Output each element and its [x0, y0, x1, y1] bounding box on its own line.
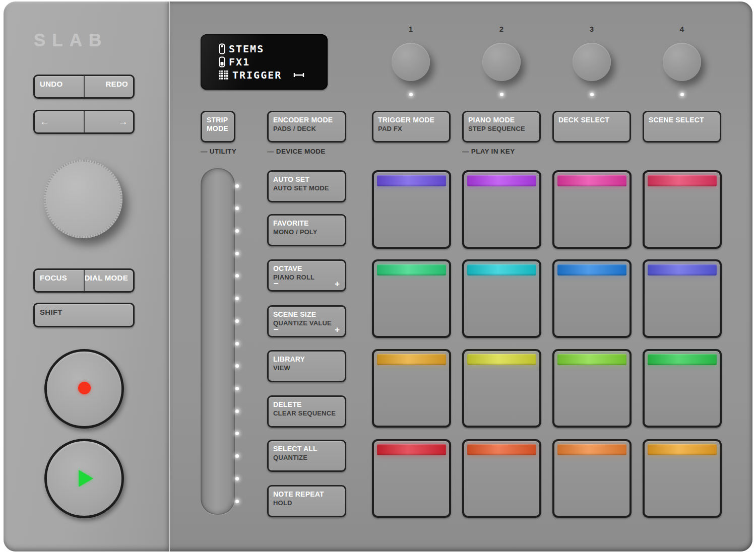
record-button[interactable] [44, 349, 124, 429]
knob-4[interactable] [663, 43, 701, 81]
delete-button[interactable]: DELETECLEAR SEQUENCE [267, 395, 346, 428]
button-subtitle: VIEW [273, 364, 340, 372]
arrow-left-button[interactable]: ← [35, 111, 84, 132]
pad-color-strip [648, 354, 717, 365]
button-title: FAVORITE [273, 219, 340, 228]
scene-size-button[interactable]: SCENE SIZEQUANTIZE VALUE−+ [267, 305, 346, 337]
arrow-right-button[interactable]: → [84, 111, 134, 132]
knob-3[interactable] [573, 43, 611, 81]
knob-group-1: 1 [386, 25, 436, 96]
strip-led [235, 229, 239, 233]
focus-label: FOCUS [40, 273, 67, 282]
play-button[interactable] [44, 439, 124, 518]
pad-color-strip [377, 354, 446, 365]
favorite-button[interactable]: FAVORITEMONO / POLY [267, 214, 346, 246]
pad-color-strip [467, 264, 536, 275]
button-title: NOTE REPEAT [273, 490, 340, 499]
stems-strip-icon [219, 43, 225, 54]
knob-group-2: 2 [476, 25, 527, 96]
auto-set-button[interactable]: AUTO SETAUTO SET MODE [267, 170, 346, 202]
pad-3-3[interactable] [552, 349, 632, 428]
shift-button[interactable]: SHIFT [33, 303, 135, 327]
button-title: DECK SELECT [558, 116, 625, 124]
undo-label: UNDO [40, 80, 62, 88]
pad-color-strip [648, 264, 717, 275]
pad-4-3[interactable] [552, 439, 632, 518]
pad-4-1[interactable] [372, 439, 451, 518]
main-dial[interactable] [44, 160, 122, 238]
pad-4-2[interactable] [462, 439, 541, 518]
encoder-mode-button[interactable]: ENCODER MODEPADS / DECK [267, 111, 346, 143]
strip-mode-button[interactable]: STRIP MODE [201, 111, 235, 143]
pad-color-strip [557, 175, 626, 186]
library-button[interactable]: LIBRARYVIEW [267, 350, 346, 382]
pad-3-2[interactable] [462, 349, 541, 428]
pad-4-4[interactable] [643, 439, 722, 518]
knob-number: 2 [499, 25, 503, 34]
display-line-stems: STEMS [219, 43, 328, 55]
knob-number: 4 [680, 25, 684, 34]
button-title: AUTO SET [273, 175, 340, 184]
pad-1-4[interactable] [643, 170, 722, 249]
trigger-mode-button[interactable]: TRIGGER MODEPAD FX [372, 111, 451, 143]
arrow-buttons[interactable]: ← → [33, 110, 135, 134]
knob-1[interactable] [392, 43, 430, 81]
pad-3-4[interactable] [643, 349, 722, 428]
undo-button[interactable]: UNDO [35, 76, 84, 97]
touch-strip[interactable] [201, 168, 235, 515]
button-title: SCENE SELECT [649, 116, 715, 124]
pad-2-2[interactable] [462, 259, 541, 338]
button-subtitle: QUANTIZE VALUE [273, 319, 340, 327]
pad-color-strip [467, 175, 536, 186]
arrow-right-icon: → [118, 116, 128, 127]
knob-number: 3 [590, 25, 594, 34]
button-subtitle: MONO / POLY [273, 228, 340, 236]
minus-label: − [274, 281, 279, 288]
knob-group-3: 3 [566, 25, 617, 96]
pad-3-1[interactable] [372, 349, 451, 428]
strip-led [235, 500, 239, 503]
octave-button[interactable]: OCTAVEPIANO ROLL−+ [267, 259, 346, 292]
knob-led [409, 93, 413, 96]
button-title: STRIP MODE [207, 116, 229, 133]
undo-redo-button[interactable]: UNDO REDO [33, 75, 135, 99]
strip-led [235, 252, 239, 255]
strip-led [235, 342, 239, 345]
pad-1-1[interactable] [372, 170, 451, 249]
strip-mode-secondary-label: — UTILITY [201, 148, 236, 155]
button-subtitle: PIANO ROLL [273, 273, 340, 281]
deck-select-button[interactable]: DECK SELECT [552, 111, 631, 143]
slab-controller: SLAB UNDO REDO ← → FOCUS DIAL MODE [0, 0, 756, 553]
focus-button[interactable]: FOCUS [35, 270, 84, 291]
button-title: TRIGGER MODE [378, 116, 445, 124]
pad-2-1[interactable] [372, 259, 451, 338]
button-title: SCENE SIZE [273, 310, 340, 319]
pad-1-2[interactable] [462, 170, 541, 249]
dial-mode-label: DIAL MODE [84, 273, 128, 282]
pad-color-strip [648, 444, 717, 455]
knob-group-4: 4 [657, 25, 707, 96]
strip-led [235, 274, 239, 278]
redo-button[interactable]: REDO [84, 76, 134, 97]
display-line-fx: FX1 [219, 56, 328, 68]
focus-dialmode-button[interactable]: FOCUS DIAL MODE [33, 268, 135, 293]
pad-2-3[interactable] [552, 259, 632, 338]
pad-color-strip [557, 444, 626, 455]
button-title: SELECT ALL [273, 445, 340, 453]
select-all-button[interactable]: SELECT ALLQUANTIZE [267, 440, 346, 472]
pad-1-3[interactable] [552, 170, 632, 249]
pad-color-strip [377, 175, 446, 186]
note-repeat-button[interactable]: NOTE REPEATHOLD [267, 485, 346, 517]
scene-select-button[interactable]: SCENE SELECT [643, 111, 721, 143]
pad-2-4[interactable] [643, 259, 722, 338]
dial-mode-button[interactable]: DIAL MODE [84, 270, 134, 291]
strip-led [235, 319, 239, 323]
play-icon [79, 470, 93, 487]
piano-mode-button[interactable]: PIANO MODESTEP SEQUENCE [462, 111, 541, 143]
strip-led [235, 297, 239, 300]
knob-2[interactable] [482, 43, 521, 81]
length-icon [293, 72, 304, 78]
left-panel: SLAB UNDO REDO ← → FOCUS DIAL MODE [4, 2, 169, 551]
display-line-trigger: TRIGGER [219, 69, 328, 82]
right-panel: STEMS FX1 TRIGGER 1234 STRIP MODE— UTILI… [170, 2, 752, 551]
